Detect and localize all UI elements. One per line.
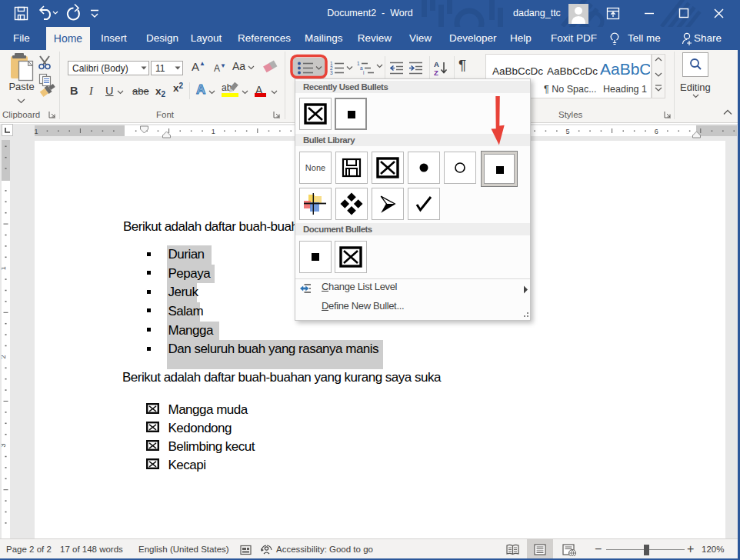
svg-text:6: 6 — [655, 128, 658, 135]
svg-text:Z: Z — [434, 68, 438, 76]
svg-text:1: 1 — [34, 128, 38, 135]
svg-text:3: 3 — [2, 444, 8, 448]
svg-text:2: 2 — [2, 355, 8, 358]
svg-text:5: 5 — [565, 128, 569, 135]
svg-text:i: i — [363, 70, 364, 75]
svg-text:3: 3 — [330, 70, 333, 75]
svg-text:None: None — [305, 163, 325, 172]
svg-text:1: 1 — [2, 266, 8, 270]
svg-text:A: A — [434, 60, 439, 68]
svg-text:1: 1 — [212, 128, 215, 135]
